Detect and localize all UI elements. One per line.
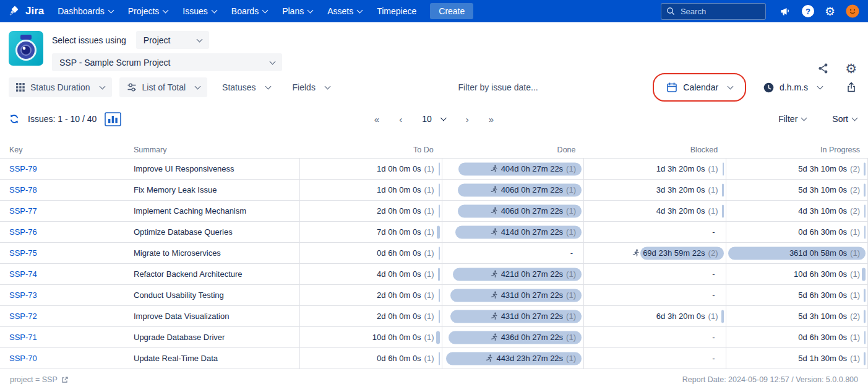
user-avatar[interactable]	[846, 4, 859, 18]
issue-key-link[interactable]: SSP-70	[9, 354, 37, 363]
column-header-todo[interactable]: To Do	[299, 146, 442, 154]
issue-count: (1)	[850, 248, 860, 258]
issue-source-select[interactable]: Project	[136, 31, 209, 49]
calendar-button[interactable]: Calendar	[659, 77, 740, 97]
cell-todo: 7d 0h 0m 0s (1)	[299, 222, 442, 242]
chevron-down-icon	[801, 115, 807, 121]
search-input[interactable]	[679, 6, 753, 17]
chevron-down-icon	[817, 84, 823, 90]
filter-dropdown[interactable]: Filter	[778, 114, 806, 124]
issue-key-link[interactable]: SSP-72	[9, 312, 37, 321]
column-header-blocked[interactable]: Blocked	[584, 146, 726, 154]
cell-todo: 0d 6h 0m 0s (1)	[299, 348, 442, 369]
chevron-down-icon	[265, 84, 271, 90]
last-page-button[interactable]: »	[489, 114, 494, 124]
issue-count: (2)	[850, 164, 860, 173]
duration-bar	[439, 247, 440, 260]
brand-text: Jira	[25, 5, 44, 17]
table-row[interactable]: SSP-77 Implement Caching Mechanism 2d 0h…	[0, 200, 868, 221]
duration-value: -	[712, 227, 715, 237]
duration-value: 4d 3h 10m 0s	[798, 206, 847, 216]
cell-done: 431d 0h 27m 22s (1)	[442, 306, 584, 326]
table-row[interactable]: SSP-71 Upgrade Database Driver 10d 0h 0m…	[0, 326, 868, 347]
issue-key-link[interactable]: SSP-74	[9, 269, 37, 279]
duration-value: 443d 23h 27m 22s	[496, 354, 563, 363]
time-format-button[interactable]: d.h.m.s	[756, 77, 830, 97]
issue-key-link[interactable]: SSP-71	[9, 333, 37, 342]
table-row[interactable]: SSP-73 Conduct Usability Testing 2d 0h 0…	[0, 284, 868, 305]
jql-link[interactable]: project = SSP	[10, 375, 69, 384]
table-row[interactable]: SSP-70 Update Real-Time Data 0d 6h 0m 0s…	[0, 347, 868, 369]
cell-done: -	[442, 243, 584, 263]
duration-bar	[439, 162, 440, 175]
issue-key-link[interactable]: SSP-79	[9, 164, 37, 173]
admin-gear-icon[interactable]: ⚙	[825, 6, 835, 17]
duration-bar	[864, 225, 866, 238]
column-header-key[interactable]: Key	[0, 146, 134, 154]
nav-item-timepiece[interactable]: Timepiece	[377, 6, 416, 16]
cell-todo: 4d 0h 0m 0s (1)	[299, 264, 442, 284]
column-header-inprogress[interactable]: In Progress	[726, 146, 868, 154]
project-select[interactable]: SSP - Sample Scrum Project	[52, 53, 282, 71]
search-icon	[666, 7, 675, 15]
chevron-down-icon	[211, 7, 217, 14]
duration-value: 2d 0h 0m 0s	[377, 290, 421, 300]
first-page-button[interactable]: «	[374, 114, 379, 124]
issue-summary: Conduct Usability Testing	[134, 290, 224, 300]
refresh-icon[interactable]	[9, 113, 20, 124]
sort-dropdown[interactable]: Sort	[832, 114, 857, 124]
nav-item-assets[interactable]: Assets	[327, 6, 362, 16]
nav-item-plans[interactable]: Plans	[282, 6, 312, 16]
table-header: Key Summary To Do Done Blocked In Progre…	[0, 142, 868, 158]
page-size-select[interactable]: 10	[422, 114, 446, 124]
issue-summary: Implement Caching Mechanism	[134, 206, 246, 216]
duration-bar	[722, 183, 723, 196]
prev-page-button[interactable]: ‹	[399, 114, 402, 124]
fields-button[interactable]: Fields	[285, 77, 337, 97]
runner-icon	[490, 207, 498, 215]
chart-view-icon[interactable]	[105, 112, 121, 126]
export-icon[interactable]	[846, 82, 857, 93]
column-header-summary[interactable]: Summary	[134, 146, 299, 154]
announcement-icon[interactable]	[780, 6, 791, 17]
settings-gear-icon[interactable]: ⚙	[845, 62, 857, 75]
help-icon[interactable]: ?	[802, 5, 814, 17]
table-row[interactable]: SSP-75 Migrate to Microservices 0d 6h 0m…	[0, 242, 868, 263]
nav-item-projects[interactable]: Projects	[128, 6, 168, 16]
nav-item-dashboards[interactable]: Dashboards	[58, 6, 113, 16]
cell-inprogress: 361d 0h 58m 0s (1)	[726, 243, 868, 263]
table-row[interactable]: SSP-72 Improve Data Visualization 2d 0h …	[0, 305, 868, 326]
cell-blocked: -	[583, 285, 726, 305]
duration-bar	[436, 331, 440, 344]
duration-value: 414d 0h 27m 22s	[501, 227, 563, 237]
nav-item-boards[interactable]: Boards	[231, 6, 267, 16]
report-meta: Report Date: 2024-05-09 12:57 / Version:…	[682, 375, 858, 384]
table-row[interactable]: SSP-78 Fix Memory Leak Issue 1d 0h 0m 0s…	[0, 179, 868, 200]
create-button[interactable]: Create	[430, 3, 473, 19]
search-box[interactable]	[661, 3, 766, 20]
issue-key-link[interactable]: SSP-73	[9, 290, 37, 300]
share-icon[interactable]	[817, 63, 829, 74]
issue-key-link[interactable]: SSP-76	[9, 227, 37, 237]
report-type-button[interactable]: Status Duration	[9, 77, 112, 97]
issue-count: (1)	[566, 206, 576, 216]
issue-summary: Optimize Database Queries	[134, 227, 233, 237]
select-issues-label: Select issues using	[52, 35, 126, 45]
column-header-done[interactable]: Done	[442, 146, 584, 154]
duration-bar	[439, 183, 440, 196]
runner-icon	[490, 270, 498, 278]
chevron-down-icon	[728, 84, 734, 90]
table-row[interactable]: SSP-76 Optimize Database Queries 7d 0h 0…	[0, 221, 868, 242]
nav-item-issues[interactable]: Issues	[183, 6, 216, 16]
table-row[interactable]: SSP-79 Improve UI Responsiveness 1d 0h 0…	[0, 158, 868, 179]
next-page-button[interactable]: ›	[466, 114, 469, 124]
issue-key-link[interactable]: SSP-75	[9, 248, 37, 258]
table-row[interactable]: SSP-74 Refactor Backend Architecture 4d …	[0, 263, 868, 284]
issue-key-link[interactable]: SSP-77	[9, 206, 37, 216]
cell-blocked: 3d 3h 20m 0s (1)	[583, 180, 726, 200]
issue-key-link[interactable]: SSP-78	[9, 185, 37, 194]
jira-logo[interactable]: Jira	[9, 5, 44, 17]
list-type-button[interactable]: List of Total	[119, 77, 208, 97]
statuses-button[interactable]: Statuses	[215, 77, 277, 97]
issue-date-filter[interactable]: Filter by issue date...	[337, 82, 659, 92]
